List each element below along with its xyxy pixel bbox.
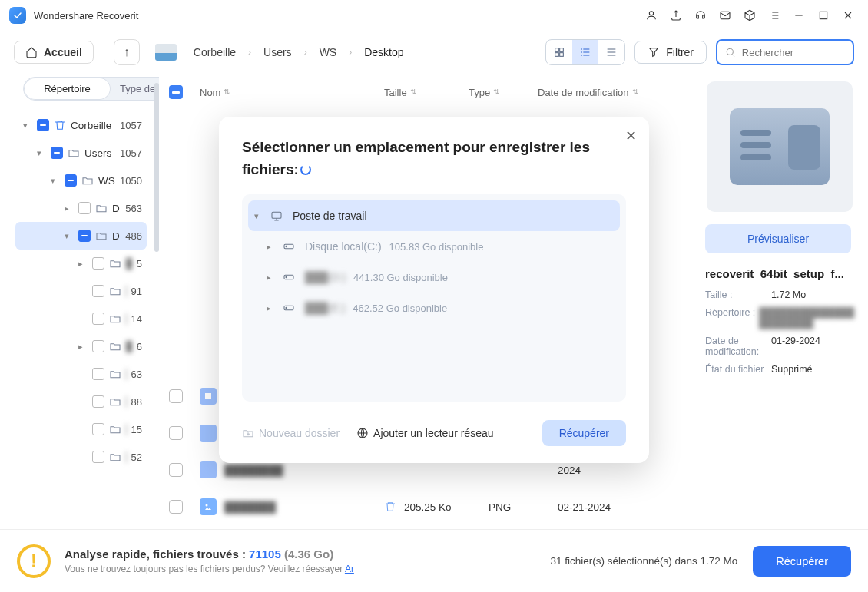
tab-type-fichier[interactable]: Type de Fichier [111,78,159,100]
tree-item[interactable]: ████████████63 [15,360,147,388]
drive-icon [155,44,177,61]
sort-icon[interactable]: ⇅ [493,89,499,95]
col-date[interactable]: Date de modification [538,87,629,98]
location-root[interactable]: ▾ Poste de travail [248,200,620,231]
row-checkbox[interactable] [169,389,183,403]
account-icon[interactable] [641,5,662,26]
svg-rect-4 [560,48,564,52]
folder-icon [109,285,121,297]
svg-point-8 [206,504,208,507]
drive-icon [280,240,297,253]
filter-icon [648,46,660,58]
folder-icon [109,340,121,352]
search-input[interactable] [742,47,845,58]
folder-icon [95,202,108,214]
dialog-recover-button[interactable]: Récupérer [542,420,626,446]
tree-item[interactable]: ████████████91 [15,277,147,305]
folder-icon [109,395,121,408]
tree-item[interactable]: ▸██████6 [15,332,147,360]
home-button[interactable]: Accueil [14,41,94,64]
search-box[interactable] [716,39,854,65]
location-drive[interactable]: ▸ ███(D:) 441.30 Go disponible [248,262,620,293]
support-icon[interactable] [690,5,711,26]
row-checkbox[interactable] [169,463,183,477]
preview-filename: recoverit_64bit_setup_f... [705,267,854,280]
filter-button[interactable]: Filtrer [634,41,707,64]
location-drive[interactable]: ▸ Disque local(C:) 105.83 Go disponible [248,231,620,262]
mail-icon[interactable] [714,5,736,26]
folder-icon [95,230,108,242]
new-folder-button[interactable]: Nouveau dossier [242,427,340,439]
svg-rect-2 [820,12,827,18]
folder-icon [109,423,121,435]
maximize-icon[interactable] [813,5,834,26]
view-toggle [545,39,625,65]
crumb-0[interactable]: Corbeille [194,46,236,58]
crumb-1[interactable]: Users [263,46,292,58]
row-checkbox[interactable] [169,500,183,514]
scan-hint: Vous ne trouvez toujours pas les fichier… [65,564,354,574]
add-network-drive-button[interactable]: Ajouter un lecteur réseau [356,427,493,439]
preview-panel: Prévisualiser recoverit_64bit_setup_f...… [699,74,868,529]
svg-point-13 [286,276,287,277]
drive-icon [280,302,297,314]
filter-label: Filtrer [666,46,694,58]
tab-repertoire[interactable]: Répertoire [24,78,111,100]
tree-desktop[interactable]: ▾Desktop486 [15,222,147,250]
close-icon[interactable] [837,5,859,26]
view-compact-icon[interactable] [598,40,624,64]
svg-rect-5 [555,53,559,57]
svg-rect-9 [272,212,281,218]
sidebar: Répertoire Type de Fichier ▾Corbeille105… [0,74,159,529]
folder-icon [81,174,94,187]
crumb-2[interactable]: WS [320,46,337,58]
svg-point-7 [727,48,733,55]
recover-button[interactable]: Récupérer [753,546,851,577]
save-location-dialog: ✕ Sélectionner un emplacement pour enreg… [219,117,649,463]
dialog-title: Sélectionner un emplacement pour enregis… [242,137,595,180]
sort-icon[interactable]: ⇅ [224,89,230,95]
search-icon [725,46,736,58]
view-list-icon[interactable] [572,40,598,64]
select-all-checkbox[interactable] [169,85,183,99]
warning-icon: ! [17,544,51,578]
tree-ws[interactable]: ▾WS1050 [15,167,147,194]
preview-thumbnail [707,81,853,212]
col-size[interactable]: Taille [384,87,407,98]
tree-users[interactable]: ▾Users1057 [15,139,147,167]
home-label: Accueil [44,46,82,58]
preview-button[interactable]: Prévisualiser [705,224,851,253]
row-checkbox[interactable] [169,426,183,440]
col-name[interactable]: Nom [200,87,220,98]
export-icon[interactable] [665,5,687,26]
tree-item[interactable]: ████████████15 [15,415,147,443]
table-row[interactable]: ███████ 205.25 Ko PNG 02-21-2024 [160,488,699,525]
svg-rect-1 [721,12,730,18]
col-type[interactable]: Type [469,87,490,98]
crumb-3[interactable]: Desktop [364,46,403,58]
svg-rect-3 [555,48,559,52]
tree-item[interactable]: ████████████14 [15,305,147,332]
list-icon[interactable] [764,5,785,26]
app-title: Wondershare Recoverit [34,10,138,21]
tree-item[interactable]: ▸██████5 [15,250,147,277]
retry-link[interactable]: Ar [345,564,354,574]
tree-item[interactable]: ████████████52 [15,443,147,471]
tree-item[interactable]: ████████████88 [15,388,147,415]
new-folder-icon [242,427,254,439]
minimize-icon[interactable] [788,5,810,26]
dialog-close-icon[interactable]: ✕ [625,127,637,144]
tree-downloads[interactable]: ▸Downloads563 [15,194,147,222]
table-header: Nom⇅ Taille⇅ Type⇅ Date de modification⇅ [160,74,699,111]
up-button[interactable]: ↑ [114,39,140,65]
location-drive[interactable]: ▸ ███(E:) 462.52 Go disponible [248,293,620,323]
spinner-icon [300,164,311,175]
sort-icon[interactable]: ⇅ [410,89,416,95]
file-thumb-icon [200,388,217,405]
tree-corbeille[interactable]: ▾Corbeille1057 [15,111,147,139]
view-grid-icon[interactable] [546,40,572,64]
sort-icon[interactable]: ⇅ [632,89,638,95]
sidebar-tabs: Répertoire Type de Fichier [23,77,159,101]
computer-icon [268,210,285,222]
cube-icon[interactable] [739,5,760,26]
